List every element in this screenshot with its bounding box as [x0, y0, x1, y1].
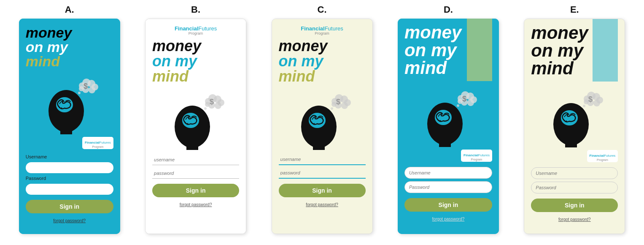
password-input-a[interactable]	[26, 184, 113, 195]
form-section-c: Sign in forgot password?	[279, 154, 366, 207]
svg-rect-25	[186, 145, 198, 150]
password-input-e[interactable]	[531, 182, 618, 193]
username-input-b[interactable]	[152, 154, 239, 165]
card-d: money on my mind $	[398, 19, 499, 234]
title-mind-e: mind	[531, 60, 618, 77]
svg-point-43	[467, 99, 474, 106]
title-area-e: money on my mind	[524, 19, 625, 82]
svg-rect-51	[439, 142, 451, 147]
svg-rect-38	[313, 145, 325, 150]
svg-rect-12	[60, 129, 72, 134]
ff-logo-d: FinancialFutures Program	[404, 150, 492, 162]
title-onmy-e: on my	[531, 42, 618, 60]
card-body-e: FinancialFutures Program Sign in forgot …	[524, 150, 625, 234]
password-input-b[interactable]	[152, 168, 239, 179]
title-money-b: money	[152, 38, 239, 54]
sign-in-button-a[interactable]: Sign in	[26, 200, 113, 213]
svg-point-34	[331, 107, 333, 110]
forgot-password-e[interactable]: forgot password?	[531, 217, 618, 222]
ff-logo-text-c: FinancialFutures Program	[301, 26, 343, 36]
password-label-a: Password	[26, 176, 113, 181]
password-input-c[interactable]	[279, 168, 366, 179]
title-onmy-c: on my	[279, 54, 366, 69]
svg-rect-64	[565, 142, 577, 147]
ff-logo-top-b: FinancialFutures Program	[152, 26, 239, 36]
sign-in-button-c[interactable]: Sign in	[279, 184, 366, 197]
brain-illustration-e: $	[524, 84, 625, 147]
section-c: C. FinancialFutures Program money on my …	[261, 4, 383, 241]
card-header-d: money on my mind $	[398, 19, 499, 150]
svg-point-30	[341, 102, 348, 109]
title-block-c: money on my mind	[279, 38, 366, 84]
svg-point-60	[583, 105, 585, 107]
title-mind-b: mind	[152, 69, 239, 84]
section-label-e: E.	[570, 4, 579, 15]
card-header-b: FinancialFutures Program money on my min…	[146, 19, 246, 152]
brain-illustration-c: $	[279, 87, 366, 150]
form-section-e: Sign in forgot password?	[531, 167, 618, 222]
title-block-b: money on my mind	[152, 38, 239, 84]
title-mind-a: mind	[26, 54, 113, 68]
forgot-password-c[interactable]: forgot password?	[279, 202, 366, 207]
title-money-d: money	[404, 24, 492, 41]
username-input-e[interactable]	[531, 167, 618, 179]
card-a: money on my mind $	[19, 19, 120, 234]
section-label-b: B.	[191, 4, 200, 15]
sign-in-button-d[interactable]: Sign in	[404, 198, 492, 212]
username-input-a[interactable]	[26, 162, 113, 173]
section-label-a: A.	[65, 4, 74, 15]
main-container: A. money on my mind	[0, 0, 644, 245]
svg-point-8	[78, 92, 81, 94]
card-body-c: Sign in forgot password?	[272, 152, 372, 234]
username-input-c[interactable]	[279, 154, 366, 165]
card-header-e: money on my mind $	[524, 19, 625, 150]
sign-in-button-b[interactable]: Sign in	[152, 184, 239, 197]
ff-logo-a: FinancialFutures Program	[26, 137, 113, 149]
sign-in-button-e[interactable]: Sign in	[531, 199, 618, 212]
ff-financial-c: Financial	[301, 25, 324, 32]
section-d: D. money on my mind	[387, 4, 509, 241]
svg-point-56	[593, 100, 600, 106]
card-header-c: FinancialFutures Program money on my min…	[272, 19, 372, 152]
section-e: E. money on my mind	[514, 4, 636, 241]
card-body-a: FinancialFutures Program Username Passwo…	[19, 137, 120, 234]
section-label-d: D.	[444, 4, 453, 15]
section-a: A. money on my mind	[8, 4, 130, 241]
svg-point-21	[204, 107, 207, 110]
svg-text:$: $	[462, 95, 466, 103]
ff-futures-b: Futures	[198, 25, 217, 32]
title-area-d: money on my mind	[398, 19, 499, 81]
title-money-a: money	[26, 25, 113, 40]
card-b: FinancialFutures Program money on my min…	[145, 19, 246, 234]
form-section-a: Username Password Sign in forgot passwor…	[26, 154, 113, 223]
svg-point-47	[457, 104, 459, 107]
brain-illustration-d: $	[398, 84, 499, 147]
card-header-a: money on my mind $	[19, 19, 120, 137]
svg-text:$: $	[210, 98, 214, 106]
brain-illustration-a: $	[26, 71, 113, 134]
card-body-b: Sign in forgot password?	[146, 152, 246, 234]
forgot-password-a[interactable]: forgot password?	[26, 218, 113, 223]
title-onmy-a: on my	[26, 40, 113, 54]
title-money-e: money	[531, 24, 618, 42]
title-onmy-d: on my	[404, 41, 492, 59]
title-block-a: money on my mind	[26, 25, 113, 68]
ff-financial-b: Financial	[175, 25, 198, 32]
title-onmy-b: on my	[152, 54, 239, 69]
svg-text:$: $	[336, 98, 340, 106]
forgot-password-d[interactable]: forgot password?	[404, 217, 492, 221]
card-e: money on my mind $	[524, 19, 625, 234]
section-b: B. FinancialFutures Program money on my …	[135, 4, 256, 241]
ff-logo-text-b: FinancialFutures Program	[175, 26, 217, 36]
username-input-d[interactable]	[404, 167, 492, 179]
password-input-d[interactable]	[404, 181, 492, 193]
ff-futures-c: Futures	[325, 25, 343, 32]
ff-program-c: Program	[301, 32, 343, 36]
title-mind-d: mind	[404, 59, 492, 77]
forgot-password-b[interactable]: forgot password?	[152, 202, 239, 207]
svg-point-17	[215, 102, 221, 109]
form-section-d: Sign in forgot password?	[404, 167, 492, 221]
ff-logo-top-c: FinancialFutures Program	[279, 26, 366, 36]
title-mind-c: mind	[279, 69, 366, 84]
username-label-a: Username	[26, 154, 113, 159]
